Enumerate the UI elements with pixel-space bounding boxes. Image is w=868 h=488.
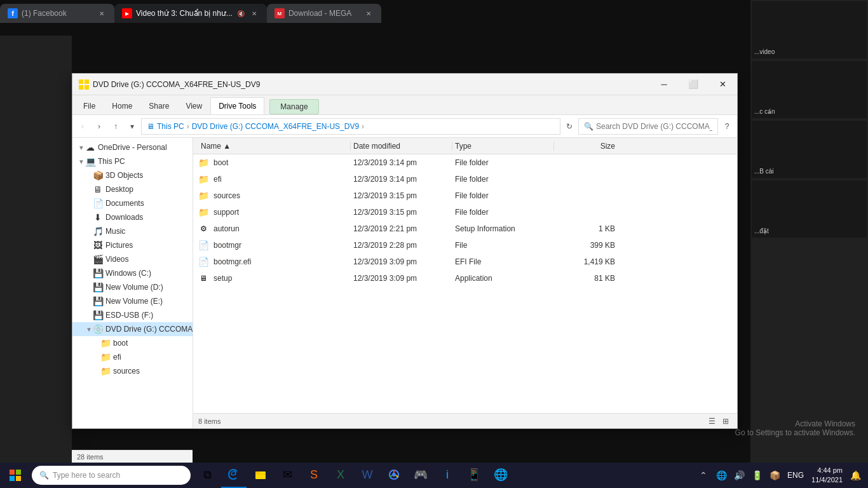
tree-item-downloads[interactable]: ⬇ Downloads [72,210,193,224]
tab-mega[interactable]: M Download - MEGA ✕ [267,4,381,23]
table-row[interactable]: 📁 support 12/3/2019 3:15 pm File folder [193,204,737,220]
tree-item-sources[interactable]: 📁 sources [72,364,193,378]
tray-clock[interactable]: 4:44 pm 11/4/2021 [809,466,845,485]
yt-recommendation-1[interactable]: ...video [752,1,867,58]
tree-item-3d-objects[interactable]: 📦 3D Objects [72,168,193,182]
taskbar-word-icon[interactable]: W [355,463,380,488]
tree-item-dvd-drive[interactable]: ▼ 💿 DVD Drive (G:) CCCOMA... [72,322,193,336]
taskbar-excel-icon[interactable]: X [328,463,353,488]
tree-item-videos[interactable]: 🎬 Videos [72,252,193,266]
taskbar-another-chrome-icon[interactable]: 🌐 [488,463,513,488]
tab-close-youtube[interactable]: ✕ [249,8,259,18]
table-row[interactable]: 📄 bootmgr.efi 12/3/2019 3:09 pm EFI File… [193,254,737,270]
tree-item-onedrive[interactable]: ▼ ☁ OneDrive - Personal [72,140,193,154]
explorer-maximize-button[interactable]: ⬜ [679,74,708,95]
help-button[interactable]: ? [719,119,735,134]
tree-item-desktop[interactable]: 🖥 Desktop [72,182,193,196]
esd-usb-icon: 💾 [93,310,103,320]
yt-recommendation-4[interactable]: ...đặt [752,180,867,238]
tree-item-documents[interactable]: 📄 Documents [72,196,193,210]
tray-date-text: 11/4/2021 [811,475,843,485]
tab-facebook[interactable]: f (1) Facebook ✕ [0,4,114,23]
manage-button[interactable]: Manage [269,99,318,114]
tree-item-new-volume-e[interactable]: 💾 New Volume (E:) [72,294,193,308]
tab-mute-youtube[interactable]: 🔇 [236,9,245,18]
tree-label-windows-c: Windows (C:) [105,269,151,278]
taskbar-scratch-icon[interactable]: S [301,463,327,488]
file-name-autorun: autorun [211,224,242,233]
col-header-size[interactable]: Size [554,142,618,151]
view-large-icons-button[interactable]: ⊞ [719,415,732,428]
tab-close-mega[interactable]: ✕ [363,8,374,18]
taskbar-chrome-icon[interactable] [381,463,407,488]
explorer-forward-button[interactable]: › [92,119,107,134]
search-box[interactable]: 🔍 [578,118,718,135]
tray-dropbox-icon[interactable]: 📦 [767,468,782,483]
ribbon-tab-home[interactable]: Home [104,97,140,114]
taskbar-search-bar[interactable]: 🔍 Type here to search [32,466,191,485]
tree-item-pictures[interactable]: 🖼 Pictures [72,238,193,252]
taskbar-iobit-icon[interactable]: i [435,463,460,488]
breadcrumb-refresh-button[interactable]: ↻ [562,119,577,134]
yt-recommendation-2[interactable]: ...c cần [752,61,867,118]
taskbar-phone-icon[interactable]: 📱 [461,463,487,488]
file-icon-bootmgr: 📄 [198,240,208,250]
search-input[interactable] [596,122,712,131]
table-row[interactable]: 📄 bootmgr 12/3/2019 2:28 pm File 399 KB [193,237,737,254]
taskbar-task-view[interactable]: ⧉ [194,463,220,488]
table-row[interactable]: 📁 boot 12/3/2019 3:14 pm File folder [193,154,737,171]
second-status-bar: 28 items [72,450,193,463]
table-row[interactable]: 📁 efi 12/3/2019 3:14 pm File folder [193,171,737,187]
tree-item-windows-c[interactable]: 💾 Windows (C:) [72,266,193,280]
ribbon-tab-share[interactable]: Share [140,97,177,114]
ribbon-tab-view[interactable]: View [177,97,210,114]
explorer-body: ▼ ☁ OneDrive - Personal ▼ 💻 This PC 📦 3D… [72,138,737,428]
ribbon-tab-drive-tools[interactable]: Drive Tools [210,97,264,114]
explorer-quick-access-icon [78,78,90,91]
taskbar-edge-icon[interactable] [221,463,247,488]
explorer-close-button[interactable]: ✕ [708,74,737,95]
tray-network-icon[interactable]: 🌐 [714,468,729,483]
tray-notification-icon[interactable]: 🔔 [848,468,863,483]
explorer-up-button[interactable]: ↑ [108,119,123,134]
taskbar: 🔍 Type here to search ⧉ ✉ S X W 🎮 i 📱 🌐 … [0,463,868,488]
table-row[interactable]: ⚙ autorun 12/3/2019 2:21 pm Setup Inform… [193,220,737,237]
tree-toggle-this-pc: ▼ [78,158,85,165]
recent-locations-button[interactable]: ▾ [125,119,140,134]
pictures-icon: 🖼 [93,240,103,250]
table-row[interactable]: 📁 sources 12/3/2019 3:15 pm File folder [193,187,737,204]
tree-label-3d: 3D Objects [105,171,143,180]
tree-item-this-pc[interactable]: ▼ 💻 This PC [72,154,193,168]
file-date-support: 12/3/2019 3:15 pm [351,208,452,217]
svg-rect-5 [16,470,21,475]
tab-close-facebook[interactable]: ✕ [97,8,107,18]
tree-label-sources: sources [113,367,140,376]
breadcrumb-bar[interactable]: 🖥 This PC › DVD Drive (G:) CCCOMA_X64FRE… [141,118,560,135]
desktop-icon: 🖥 [93,184,103,194]
tab-youtube[interactable]: ▶ Video thứ 3: Chuẩn bị như... 🔇 ✕ [114,4,267,23]
tree-item-music[interactable]: 🎵 Music [72,224,193,238]
taskbar-game-icon[interactable]: 🎮 [408,463,433,488]
taskbar-mail-icon[interactable]: ✉ [275,463,300,488]
tray-battery-icon[interactable]: 🔋 [749,468,764,483]
explorer-minimize-button[interactable]: ─ [649,74,679,95]
view-details-button[interactable]: ☰ [705,415,718,428]
tray-time-text: 4:44 pm [811,466,843,475]
tree-item-esd-usb[interactable]: 💾 ESD-USB (F:) [72,308,193,322]
ribbon-tab-file[interactable]: File [75,97,104,114]
col-header-name[interactable]: Name ▲ [198,142,351,151]
tree-item-new-volume-d[interactable]: 💾 New Volume (D:) [72,280,193,294]
table-row[interactable]: 🖥 setup 12/3/2019 3:09 pm Application 81… [193,270,737,287]
tray-volume-icon[interactable]: 🔊 [731,468,747,483]
tree-item-boot[interactable]: 📁 boot [72,336,193,350]
ribbon: File Home Share View Drive Tools Manage [72,95,737,115]
col-header-date[interactable]: Date modified [351,142,452,151]
taskbar-file-explorer-icon[interactable] [248,463,273,488]
explorer-back-button[interactable]: ‹ [75,119,90,134]
tree-item-efi[interactable]: 📁 efi [72,350,193,364]
tray-up-arrow-icon[interactable]: ⌃ [696,468,711,483]
yt-recommendation-3[interactable]: ...B cài [752,121,867,178]
col-header-type[interactable]: Type [452,142,554,151]
tray-language[interactable]: ENG [785,471,806,480]
start-button[interactable] [3,463,28,488]
